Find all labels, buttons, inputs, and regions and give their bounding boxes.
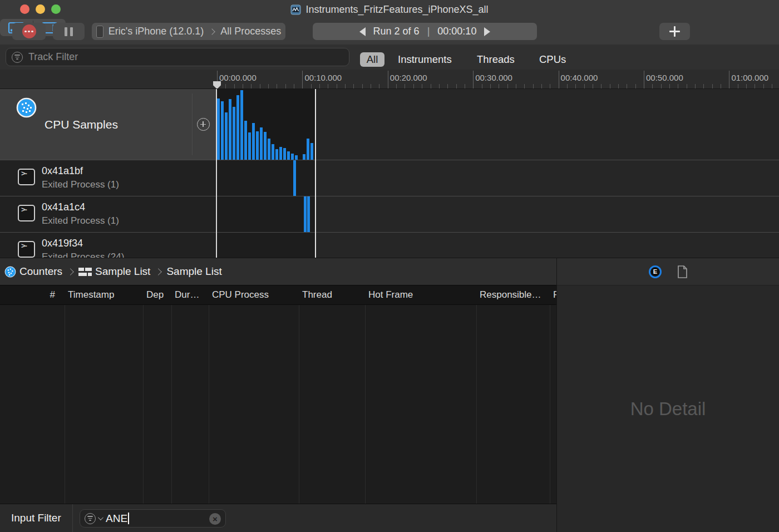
column-header-responsible-[interactable]: Responsible… (477, 285, 550, 304)
ruler-major-tick (644, 71, 644, 88)
ruler-minor-tick (490, 84, 491, 89)
breadcrumb-sample-list-2[interactable]: Sample List (166, 265, 221, 278)
tab-all[interactable]: All (360, 52, 384, 67)
cpu-sample-bar (279, 147, 282, 160)
cpu-sample-bar (236, 95, 239, 160)
detail-breadcrumb-bar: Counters Sample List Sample List (0, 258, 556, 285)
chevron-right-icon (67, 268, 74, 275)
process-name: 0x419f34 (42, 238, 83, 249)
breadcrumb-counters[interactable]: Counters (19, 265, 62, 278)
column-divider (299, 305, 299, 504)
cpu-sample-bar (272, 144, 274, 160)
ruler-minor-tick (593, 84, 593, 89)
filter-funnel-icon[interactable] (85, 513, 96, 524)
ruler-minor-tick (516, 84, 516, 89)
column-header-cpu-process[interactable]: CPU Process (209, 285, 299, 304)
ruler-minor-tick (695, 84, 696, 89)
ruler-minor-tick (687, 84, 687, 89)
filter-funnel-icon (12, 52, 23, 63)
ruler-minor-tick (379, 84, 379, 89)
ruler-minor-tick (678, 84, 678, 89)
pause-button[interactable] (53, 23, 85, 40)
tab-threads[interactable]: Threads (477, 52, 515, 67)
column-header-hot-frame[interactable]: Hot Frame (366, 285, 477, 304)
track-filter-input[interactable] (28, 51, 343, 63)
ruler-minor-tick (601, 84, 601, 89)
track-process-0x41a1bf[interactable]: >- 0x41a1bf Exited Process (1) (0, 160, 779, 196)
ruler-minor-tick (405, 84, 405, 89)
tab-cpus[interactable]: CPUs (539, 52, 566, 67)
cpu-sample-bar (268, 139, 270, 160)
ruler-minor-tick (371, 84, 371, 89)
ruler-minor-tick (465, 84, 465, 89)
ruler-minor-tick (439, 84, 440, 89)
ruler-minor-tick (669, 84, 670, 89)
track-cpu-samples[interactable]: CPU Samples (0, 89, 779, 160)
ruler-minor-tick (746, 84, 747, 89)
terminal-icon: >- (18, 205, 35, 221)
ruler-minor-tick (268, 84, 269, 89)
ruler-minor-tick (482, 84, 482, 89)
column-divider (65, 305, 65, 504)
detail-toolbar: E (557, 258, 779, 285)
window-title-group: Instruments_FritzFeatures_iPhoneXS_all (0, 0, 779, 19)
breadcrumb-sample-list[interactable]: Sample List (95, 265, 150, 278)
input-filter-bar: Input Filter ANE × (0, 504, 556, 532)
ruler-major-tick (302, 71, 303, 88)
instruments-document-icon (290, 4, 301, 15)
cpu-sample-bar (229, 99, 231, 160)
toolbar: Eric's iPhone (12.0.1) All Processes Run… (0, 19, 779, 45)
no-detail-area: No Detail (557, 285, 779, 532)
cpu-sample-bar (291, 154, 294, 160)
column-header-#[interactable]: # (0, 285, 65, 304)
extended-detail-e-icon[interactable]: E (649, 265, 662, 278)
record-button[interactable] (12, 23, 46, 40)
cpu-sample-bar (252, 123, 255, 160)
column-header-dur-[interactable]: Dur… (172, 285, 209, 304)
titlebar: Instruments_FritzFeatures_iPhoneXS_all (0, 0, 779, 19)
record-dots-icon (22, 24, 36, 38)
ruler-minor-tick (703, 84, 704, 89)
timeline-ruler[interactable]: 00:00.00000:10.00000:20.00000:30.00000:4… (0, 70, 779, 89)
ruler-minor-tick (627, 84, 627, 89)
column-divider (143, 305, 144, 504)
ruler-minor-tick (567, 84, 568, 89)
ruler-minor-tick (541, 84, 542, 89)
ruler-minor-tick (243, 84, 243, 89)
previous-run-button[interactable] (359, 27, 366, 36)
track-process-0x41a1c4[interactable]: >- 0x41a1c4 Exited Process (1) (0, 196, 779, 232)
track-filter-field[interactable] (6, 48, 349, 66)
document-icon[interactable] (677, 265, 688, 278)
process-status: Exited Process (1) (42, 215, 119, 226)
ruler-tick-label: 01:00.000 (731, 73, 768, 82)
column-header-r[interactable]: R (550, 285, 556, 304)
track-process-0x419f34[interactable]: >- 0x419f34 Exited Process (24) (0, 233, 779, 258)
ruler-minor-tick (763, 84, 764, 89)
sample-list-icon (78, 267, 92, 277)
cpu-sample-bar (240, 90, 243, 160)
chevron-down-icon[interactable] (98, 515, 103, 520)
cpu-sample-bar (310, 143, 313, 160)
process-activity-bar (304, 196, 307, 232)
ruler-minor-tick (456, 84, 457, 89)
input-filter-field[interactable]: ANE × (80, 509, 226, 528)
run-time: 00:00:10 (437, 26, 476, 37)
chevron-right-icon (155, 268, 162, 275)
column-header-timestamp[interactable]: Timestamp (65, 285, 144, 304)
device-selector-button[interactable]: Eric's iPhone (12.0.1) All Processes (92, 23, 285, 40)
column-divider (550, 305, 550, 504)
tab-instruments[interactable]: Instruments (398, 52, 452, 67)
playhead-marker[interactable] (213, 81, 221, 89)
text-cursor (128, 513, 129, 524)
cpu-sample-bar (283, 148, 286, 160)
ruler-minor-tick (661, 84, 662, 89)
next-run-button[interactable] (484, 27, 490, 36)
terminal-icon: >- (18, 169, 35, 185)
add-instrument-button[interactable] (659, 23, 690, 40)
column-header-dep[interactable]: Dep (144, 285, 172, 304)
cpu-samples-icon-small (4, 266, 16, 278)
ruler-minor-tick (337, 84, 337, 89)
column-header-thread[interactable]: Thread (299, 285, 366, 304)
clear-filter-button[interactable]: × (209, 513, 221, 525)
instruments-window: Instruments_FritzFeatures_iPhoneXS_all E… (0, 0, 779, 532)
